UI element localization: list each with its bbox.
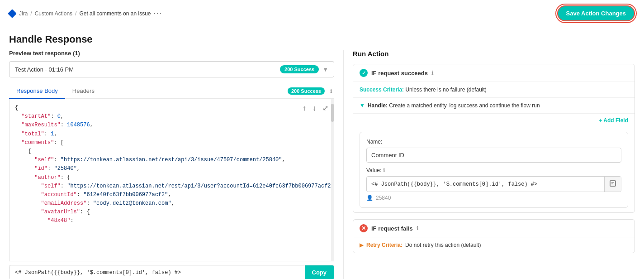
code-line-5: "comments": [ <box>15 139 328 147</box>
add-field-row: + Add Field <box>353 113 635 127</box>
retry-text: Do not retry this action (default) <box>405 242 481 248</box>
code-line-14: "48x48": <box>15 216 328 225</box>
handle-row: ▼ Handle: Create a matched entity, log s… <box>353 97 635 113</box>
person-icon: 👤 <box>366 195 373 201</box>
code-line-7: "self": "https://tonkean.atlassian.net/r… <box>15 156 328 164</box>
value-row: Value: ℹ <box>366 167 621 173</box>
tab-info-icon[interactable]: ℹ <box>330 88 332 94</box>
if-fails-label: IF request fails <box>371 225 413 232</box>
name-input[interactable] <box>366 148 621 163</box>
if-fails-section: ✕ IF request fails ℹ ▶ Retry Criteria: D… <box>353 219 635 253</box>
svg-rect-0 <box>610 181 616 186</box>
handle-text: Create a matched entity, log success and… <box>389 102 540 109</box>
code-line-2: "startAt": 0, <box>15 112 328 121</box>
if-succeeds-header: ✓ IF request succeeds ℹ <box>353 64 635 82</box>
if-succeeds-label: IF request succeeds <box>371 70 428 77</box>
bottom-input-row: Copy <box>9 265 334 279</box>
name-label: Name: <box>366 139 621 145</box>
code-line-8: "id": "25840", <box>15 164 328 173</box>
check-icon: ✓ <box>360 69 368 77</box>
handle-label: Handle: Create a matched entity, log suc… <box>368 102 540 109</box>
scrollbar-thumb[interactable] <box>331 104 334 122</box>
value-input[interactable] <box>367 178 604 191</box>
handle-bold-label: Handle: <box>368 102 388 109</box>
code-editor[interactable]: ↑ ↓ ⤢ { "startAt": 0, "maxResults": 1048… <box>9 99 334 261</box>
run-action-title: Run Action <box>353 50 635 58</box>
value-edit-icon[interactable] <box>604 177 621 192</box>
code-line-12: "emailAddress": "cody.deitz@tonkean.com"… <box>15 199 328 208</box>
retry-label: Retry Criteria: <box>366 242 402 248</box>
code-line-1: { <box>15 104 328 112</box>
tab-response-body[interactable]: Response Body <box>9 84 65 99</box>
if-fails-header: ✕ IF request fails ℹ <box>353 220 635 237</box>
left-panel: Preview test response (1) Test Action - … <box>0 50 344 279</box>
preview-value-row: 👤 25840 <box>366 195 621 201</box>
jira-icon <box>9 10 16 17</box>
top-bar: Jira / Custom Actions / Get all comments… <box>0 0 644 27</box>
code-line-10: "self": "https://tonkean.atlassian.net/r… <box>15 182 328 191</box>
code-line-11: "accountId": "612e40fc63f7bb006977acf2", <box>15 191 328 199</box>
retry-row: ▶ Retry Criteria: Do not retry this acti… <box>353 237 635 253</box>
tab-headers[interactable]: Headers <box>65 84 102 99</box>
if-fails-info-icon[interactable]: ℹ <box>417 225 419 231</box>
code-line-9: "author": { <box>15 173 328 182</box>
expand-button[interactable]: ⤢ <box>321 103 330 113</box>
dropdown-arrow-icon[interactable]: ▼ <box>322 66 328 73</box>
test-action-text: Test Action - 01:16 PM <box>15 66 74 73</box>
success-badge: 200 Success <box>280 65 319 73</box>
test-action-row[interactable]: Test Action - 01:16 PM 200 Success ▼ <box>9 61 334 77</box>
code-line-3: "maxResults": 1048576, <box>15 121 328 130</box>
code-toolbar: ↑ ↓ ⤢ <box>301 103 330 113</box>
main-layout: Preview test response (1) Test Action - … <box>0 50 644 279</box>
add-field-button[interactable]: + Add Field <box>599 117 628 124</box>
value-input-wrapper <box>366 176 621 192</box>
code-line-13: "avatarUrls": { <box>15 208 328 216</box>
preview-value: 25840 <box>376 195 391 201</box>
success-criteria-text: Unless there is no failure (default) <box>405 87 486 93</box>
copy-button[interactable]: Copy <box>305 265 334 279</box>
success-criteria-row: Success Criteria: Unless there is no fai… <box>353 82 635 97</box>
scroll-up-button[interactable]: ↑ <box>301 103 308 113</box>
value-label: Value: <box>366 167 381 173</box>
if-succeeds-info-icon[interactable]: ℹ <box>431 70 434 76</box>
scroll-down-button[interactable]: ↓ <box>311 103 318 113</box>
code-line-6: { <box>15 147 328 156</box>
if-succeeds-section: ✓ IF request succeeds ℹ Success Criteria… <box>353 64 635 213</box>
breadcrumb-current: Get all comments on an issue <box>79 10 151 17</box>
breadcrumb-jira[interactable]: Jira <box>19 10 28 17</box>
scrollbar[interactable] <box>331 99 334 261</box>
more-options-icon[interactable]: ··· <box>153 10 162 18</box>
preview-label: Preview test response (1) <box>9 50 334 57</box>
page-title-area: Handle Response <box>0 27 644 50</box>
code-line-4: "total": 1, <box>15 130 328 139</box>
tab-success-badge: 200 Success <box>288 87 325 95</box>
jsonpath-input[interactable] <box>9 266 305 279</box>
breadcrumb-sep-1: / <box>30 10 32 17</box>
page-title: Handle Response <box>9 34 635 45</box>
retry-toggle-icon[interactable]: ▶ <box>360 242 364 248</box>
tabs: Response Body Headers 200 Success ℹ <box>9 84 334 99</box>
field-card: Name: Value: ℹ <box>360 132 628 208</box>
breadcrumb: Jira / Custom Actions / Get all comments… <box>9 10 162 18</box>
save-action-changes-button[interactable]: Save Action Changes <box>557 5 635 21</box>
error-icon: ✕ <box>360 224 368 232</box>
value-info-icon[interactable]: ℹ <box>383 167 385 173</box>
breadcrumb-sep-2: / <box>75 10 76 17</box>
handle-toggle-icon[interactable]: ▼ <box>360 102 365 109</box>
success-criteria-label: Success Criteria: <box>360 87 404 93</box>
right-panel: Run Action ✓ IF request succeeds ℹ Succe… <box>344 50 644 279</box>
breadcrumb-custom-actions[interactable]: Custom Actions <box>35 10 72 17</box>
